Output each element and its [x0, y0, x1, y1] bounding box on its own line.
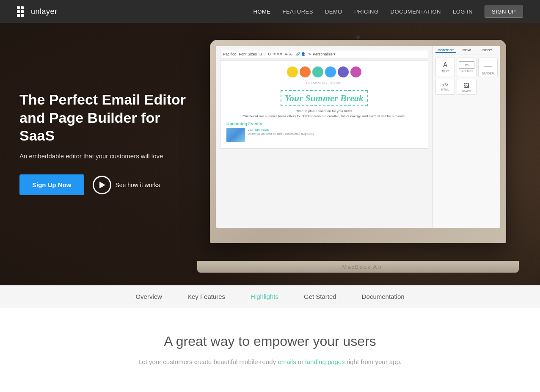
- signup-button[interactable]: Sign Up Now: [19, 174, 84, 195]
- panel-tab-body: BODY: [477, 48, 498, 53]
- nav-links: HOME FEATURES DEMO PRICING DOCUMENTATION…: [253, 8, 523, 15]
- main-nav: unlayer HOME FEATURES DEMO PRICING DOCUM…: [0, 0, 540, 23]
- panel-icon-html: </> HTML: [435, 79, 455, 95]
- panel-tab-content: CONTENT: [435, 48, 456, 53]
- hero-content: The Perfect Email Editor and Page Builde…: [19, 91, 189, 195]
- circle-purple: [338, 66, 349, 77]
- laptop-camera: [356, 36, 360, 39]
- screen-subheadline: Time to plan a vacation for your kids?: [226, 109, 422, 113]
- nav-features[interactable]: FEATURES: [282, 8, 313, 15]
- panel-tabs: CONTENT ROW BODY: [435, 48, 498, 55]
- event-title: JET SKI RIDE: [248, 128, 314, 132]
- play-button[interactable]: See how it works: [93, 176, 160, 194]
- nav-signup-button[interactable]: SIGN UP: [485, 6, 523, 18]
- screen-event-row: JET SKI RIDE Lorem ipsum dolor sit amet,…: [226, 128, 422, 142]
- hero-actions: Sign Up Now See how it works: [19, 174, 189, 195]
- logo-grid-icon: [17, 6, 28, 17]
- brand-logo[interactable]: unlayer: [17, 6, 58, 17]
- event-image: [226, 128, 245, 142]
- empower-body: Let your customers create beautiful mobi…: [122, 357, 418, 367]
- laptop-label: MacBook Air: [342, 264, 383, 270]
- screen-content: COMPANY NAME Your Summer Break Time to p…: [220, 60, 428, 149]
- circle-blue: [325, 66, 336, 77]
- empower-emails-link[interactable]: emails: [278, 358, 296, 365]
- play-triangle-icon: [99, 182, 105, 188]
- laptop-outer: Pacifico Font Sizes B I U ≡ ≡ ≡ A· A· 🔗 …: [210, 40, 506, 243]
- empower-landing-link[interactable]: landing pages: [305, 358, 344, 365]
- panel-icon-image: 🖼 IMAGE: [457, 79, 476, 95]
- hero-section: Pacifico Font Sizes B I U ≡ ≡ ≡ A· A· 🔗 …: [0, 23, 540, 285]
- panel-icon-divider: — DIVIDER: [478, 58, 498, 77]
- screen-panel: CONTENT ROW BODY A TEXT ▭ BUTTON: [433, 46, 500, 228]
- nav-demo[interactable]: DEMO: [325, 8, 342, 15]
- play-label: See how it works: [116, 182, 160, 188]
- nav-home[interactable]: HOME: [253, 8, 270, 15]
- brand-name: unlayer: [31, 7, 58, 16]
- hero-title: The Perfect Email Editor and Page Builde…: [19, 91, 189, 145]
- screen-editor: Pacifico Font Sizes B I U ≡ ≡ ≡ A· A· 🔗 …: [216, 46, 433, 228]
- circle-pink: [350, 66, 361, 77]
- play-circle-icon: [93, 176, 111, 194]
- panel-icon-text: A TEXT: [435, 58, 455, 77]
- laptop-screen: Pacifico Font Sizes B I U ≡ ≡ ≡ A· A· 🔗 …: [216, 46, 500, 228]
- panel-icons-grid: A TEXT ▭ BUTTON — DIVIDER: [435, 58, 498, 95]
- nav-pricing[interactable]: PRICING: [354, 8, 379, 15]
- event-text: JET SKI RIDE Lorem ipsum dolor sit amet,…: [248, 128, 314, 135]
- company-name-label: COMPANY NAME: [226, 81, 422, 85]
- empower-title: A great way to empower your users: [17, 334, 523, 349]
- screen-inner: Pacifico Font Sizes B I U ≡ ≡ ≡ A· A· 🔗 …: [216, 46, 500, 228]
- subnav-key-features[interactable]: Key Features: [187, 293, 225, 300]
- subnav-get-started[interactable]: Get Started: [304, 293, 336, 300]
- subnav-highlights[interactable]: Highlights: [251, 293, 278, 300]
- circle-teal: [312, 66, 323, 77]
- hero-subtitle: An embeddable editor that your customers…: [19, 152, 189, 161]
- nav-login[interactable]: LOG IN: [453, 8, 473, 15]
- sub-nav: Overview Key Features Highlights Get Sta…: [0, 285, 540, 308]
- company-circles: [226, 66, 422, 77]
- circle-orange: [300, 66, 311, 77]
- screen-toolbar: Pacifico Font Sizes B I U ≡ ≡ ≡ A· A· 🔗 …: [220, 50, 428, 58]
- panel-icon-button: ▭ BUTTON: [457, 58, 476, 77]
- nav-documentation[interactable]: DOCUMENTATION: [391, 8, 441, 15]
- circle-yellow: [287, 66, 298, 77]
- subnav-overview[interactable]: Overview: [135, 293, 162, 300]
- event-desc: Lorem ipsum dolor sit amet, consectetur …: [248, 132, 314, 135]
- screen-events-title: Upcoming Events:: [226, 121, 422, 126]
- screen-headline: Your Summer Break: [281, 90, 368, 106]
- subnav-documentation[interactable]: Documentation: [362, 293, 405, 300]
- screen-body-text: Check-out our summer break offers for ch…: [226, 114, 422, 118]
- laptop-mockup: Pacifico Font Sizes B I U ≡ ≡ ≡ A· A· 🔗 …: [210, 40, 515, 277]
- panel-tab-row: ROW: [456, 48, 477, 53]
- empower-section: A great way to empower your users Let yo…: [0, 308, 540, 384]
